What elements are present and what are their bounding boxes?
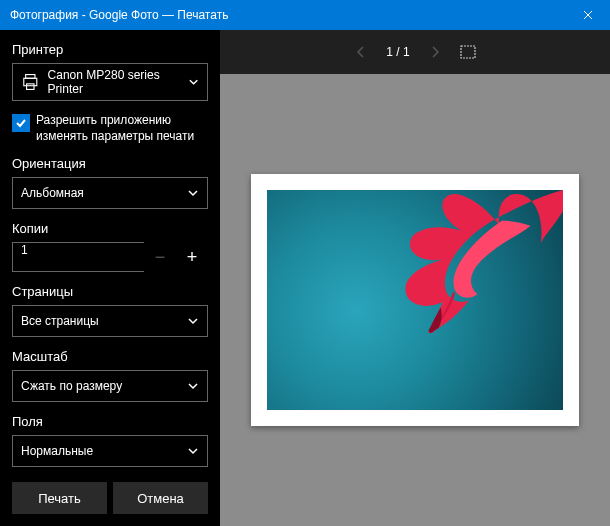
fit-icon bbox=[460, 45, 476, 59]
page-indicator: 1 / 1 bbox=[386, 45, 409, 59]
scale-value: Сжать по размеру bbox=[21, 379, 122, 393]
preview-toolbar: 1 / 1 bbox=[220, 30, 610, 74]
orientation-label: Ориентация bbox=[12, 156, 208, 171]
scale-group: Масштаб Сжать по размеру bbox=[12, 349, 208, 402]
pages-group: Страницы Все страницы bbox=[12, 284, 208, 337]
close-button[interactable] bbox=[565, 0, 610, 30]
cancel-button[interactable]: Отмена bbox=[113, 482, 208, 514]
copies-decrement[interactable]: − bbox=[144, 242, 176, 272]
svg-rect-1 bbox=[24, 78, 37, 85]
controls-area: Принтер Canon MP280 series Printer Разре… bbox=[12, 42, 208, 470]
copies-input[interactable]: 1 bbox=[12, 242, 144, 272]
printer-label: Принтер bbox=[12, 42, 208, 57]
main-layout: Принтер Canon MP280 series Printer Разре… bbox=[0, 30, 610, 526]
chevron-down-icon bbox=[187, 187, 199, 199]
chevron-down-icon bbox=[187, 445, 199, 457]
prev-page-button[interactable] bbox=[354, 45, 368, 59]
photo-preview bbox=[267, 190, 563, 410]
copies-label: Копии bbox=[12, 221, 208, 236]
pages-dropdown[interactable]: Все страницы bbox=[12, 305, 208, 337]
orientation-group: Ориентация Альбомная bbox=[12, 156, 208, 209]
margins-dropdown[interactable]: Нормальные bbox=[12, 435, 208, 467]
preview-panel: 1 / 1 bbox=[220, 30, 610, 526]
copies-increment[interactable]: + bbox=[176, 242, 208, 272]
page-preview bbox=[251, 174, 579, 426]
allow-app-label: Разрешить приложению изменять параметры … bbox=[36, 113, 208, 144]
footer-buttons: Печать Отмена bbox=[12, 470, 208, 526]
margins-group: Поля Нормальные bbox=[12, 414, 208, 467]
orientation-value: Альбомная bbox=[21, 186, 84, 200]
chevron-down-icon bbox=[188, 76, 199, 88]
next-page-button[interactable] bbox=[428, 45, 442, 59]
pages-value: Все страницы bbox=[21, 314, 99, 328]
flower-image bbox=[356, 190, 563, 333]
close-icon bbox=[583, 10, 593, 20]
printer-value: Canon MP280 series Printer bbox=[48, 68, 188, 96]
chevron-down-icon bbox=[187, 315, 199, 327]
margins-value: Нормальные bbox=[21, 444, 93, 458]
pages-label: Страницы bbox=[12, 284, 208, 299]
allow-app-checkbox-row[interactable]: Разрешить приложению изменять параметры … bbox=[12, 113, 208, 144]
svg-rect-3 bbox=[461, 46, 475, 58]
copies-group: Копии 1 − + bbox=[12, 221, 208, 272]
svg-rect-0 bbox=[26, 75, 35, 79]
window-title: Фотография - Google Фото — Печатать bbox=[10, 8, 565, 22]
margins-label: Поля bbox=[12, 414, 208, 429]
orientation-dropdown[interactable]: Альбомная bbox=[12, 177, 208, 209]
print-button[interactable]: Печать bbox=[12, 482, 107, 514]
scale-label: Масштаб bbox=[12, 349, 208, 364]
checkmark-icon bbox=[15, 117, 27, 129]
sidebar: Принтер Canon MP280 series Printer Разре… bbox=[0, 30, 220, 526]
printer-dropdown[interactable]: Canon MP280 series Printer bbox=[12, 63, 208, 101]
arrow-right-icon bbox=[428, 45, 442, 59]
chevron-down-icon bbox=[187, 380, 199, 392]
scale-dropdown[interactable]: Сжать по размеру bbox=[12, 370, 208, 402]
preview-area bbox=[220, 74, 610, 526]
svg-rect-2 bbox=[27, 84, 34, 90]
allow-app-checkbox[interactable] bbox=[12, 114, 30, 132]
arrow-left-icon bbox=[354, 45, 368, 59]
fit-to-page-button[interactable] bbox=[460, 45, 476, 59]
titlebar: Фотография - Google Фото — Печатать bbox=[0, 0, 610, 30]
printer-group: Принтер Canon MP280 series Printer bbox=[12, 42, 208, 101]
printer-icon bbox=[21, 72, 40, 92]
copies-spinner: 1 − + bbox=[12, 242, 208, 272]
